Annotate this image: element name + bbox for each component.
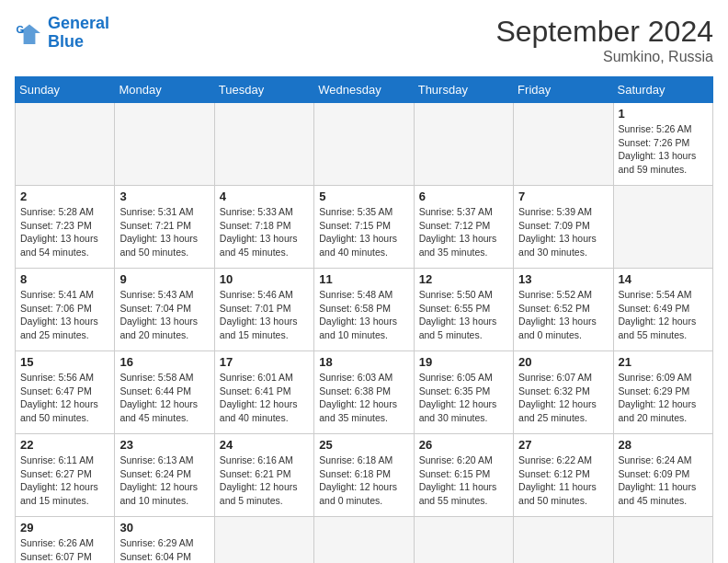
day-info: Sunrise: 5:33 AMSunset: 7:18 PMDaylight:… [220,205,309,259]
day-number: 20 [518,355,608,369]
calendar-cell [214,103,313,186]
calendar-cell: 2 Sunrise: 5:28 AMSunset: 7:23 PMDayligh… [16,186,115,269]
logo: G General Blue [15,15,109,52]
logo-icon: G [15,18,44,48]
calendar-cell: 17 Sunrise: 6:01 AMSunset: 6:41 PMDaylig… [214,351,313,434]
day-info: Sunrise: 6:22 AMSunset: 6:12 PMDaylight:… [518,454,608,508]
day-number: 9 [119,272,209,286]
day-info: Sunrise: 6:26 AMSunset: 6:07 PMDaylight:… [20,536,109,563]
day-number: 3 [119,190,209,203]
calendar-cell: 29 Sunrise: 6:26 AMSunset: 6:07 PMDaylig… [16,517,115,564]
calendar-week-2: 2 Sunrise: 5:28 AMSunset: 7:23 PMDayligh… [16,186,713,269]
calendar-cell: 18 Sunrise: 6:03 AMSunset: 6:38 PMDaylig… [314,351,414,434]
day-number: 14 [619,272,708,286]
day-number: 15 [20,355,109,369]
header-sunday: Sunday [16,77,115,103]
day-number: 18 [319,355,408,369]
calendar-cell: 6 Sunrise: 5:37 AMSunset: 7:12 PMDayligh… [414,186,513,269]
day-number: 22 [20,438,109,452]
calendar-cell: 24 Sunrise: 6:16 AMSunset: 6:21 PMDaylig… [214,434,313,517]
calendar-week-5: 22 Sunrise: 6:11 AMSunset: 6:27 PMDaylig… [16,434,713,517]
day-number: 28 [619,438,708,452]
calendar-cell: 21 Sunrise: 6:09 AMSunset: 6:29 PMDaylig… [613,351,712,434]
calendar-cell: 30 Sunrise: 6:29 AMSunset: 6:04 PMDaylig… [115,517,214,564]
day-info: Sunrise: 5:58 AMSunset: 6:44 PMDaylight:… [119,371,209,425]
day-number: 8 [20,272,109,286]
calendar-cell [414,103,513,186]
day-info: Sunrise: 5:56 AMSunset: 6:47 PMDaylight:… [20,371,109,425]
day-number: 30 [119,521,209,534]
calendar-cell: 19 Sunrise: 6:05 AMSunset: 6:35 PMDaylig… [414,351,513,434]
day-number: 6 [419,190,508,203]
day-number: 2 [20,190,109,203]
day-info: Sunrise: 6:16 AMSunset: 6:21 PMDaylight:… [220,454,309,508]
calendar-week-1: 1 Sunrise: 5:26 AMSunset: 7:26 PMDayligh… [16,103,713,186]
calendar-cell: 11 Sunrise: 5:48 AMSunset: 6:58 PMDaylig… [314,269,414,351]
calendar-week-6: 29 Sunrise: 6:26 AMSunset: 6:07 PMDaylig… [16,517,713,564]
title-area: September 2024 Sumkino, Russia [495,15,713,65]
day-number: 23 [119,438,209,452]
header-thursday: Thursday [414,77,513,103]
calendar-cell [314,103,414,186]
calendar-cell: 1 Sunrise: 5:26 AMSunset: 7:26 PMDayligh… [613,103,712,186]
day-info: Sunrise: 5:50 AMSunset: 6:55 PMDaylight:… [419,288,508,342]
day-number: 7 [518,190,608,203]
calendar-cell: 22 Sunrise: 6:11 AMSunset: 6:27 PMDaylig… [16,434,115,517]
calendar-cell: 16 Sunrise: 5:58 AMSunset: 6:44 PMDaylig… [115,351,214,434]
day-number: 10 [220,272,309,286]
calendar-cell [613,186,712,269]
day-info: Sunrise: 5:35 AMSunset: 7:15 PMDaylight:… [319,205,408,259]
calendar-cell: 12 Sunrise: 5:50 AMSunset: 6:55 PMDaylig… [414,269,513,351]
calendar-cell: 14 Sunrise: 5:54 AMSunset: 6:49 PMDaylig… [613,269,712,351]
calendar-cell: 20 Sunrise: 6:07 AMSunset: 6:32 PMDaylig… [514,351,613,434]
calendar-cell [514,103,613,186]
calendar-cell: 8 Sunrise: 5:41 AMSunset: 7:06 PMDayligh… [16,269,115,351]
day-number: 11 [319,272,408,286]
day-info: Sunrise: 6:09 AMSunset: 6:29 PMDaylight:… [619,371,708,425]
calendar-table: SundayMondayTuesdayWednesdayThursdayFrid… [15,76,713,563]
day-info: Sunrise: 5:48 AMSunset: 6:58 PMDaylight:… [319,288,408,342]
header-friday: Friday [514,77,613,103]
day-info: Sunrise: 5:26 AMSunset: 7:26 PMDaylight:… [619,122,708,177]
day-info: Sunrise: 6:05 AMSunset: 6:35 PMDaylight:… [419,371,508,425]
calendar-cell [16,103,115,186]
day-number: 5 [319,190,408,203]
header-monday: Monday [115,77,214,103]
day-info: Sunrise: 6:20 AMSunset: 6:15 PMDaylight:… [419,454,508,508]
day-info: Sunrise: 6:24 AMSunset: 6:09 PMDaylight:… [619,454,708,508]
day-info: Sunrise: 5:52 AMSunset: 6:52 PMDaylight:… [518,288,608,342]
day-number: 17 [220,355,309,369]
day-info: Sunrise: 5:39 AMSunset: 7:09 PMDaylight:… [518,205,608,259]
header-tuesday: Tuesday [214,77,313,103]
day-number: 27 [518,438,608,452]
day-number: 26 [419,438,508,452]
day-number: 13 [518,272,608,286]
day-info: Sunrise: 5:46 AMSunset: 7:01 PMDaylight:… [220,288,309,342]
calendar-cell: 9 Sunrise: 5:43 AMSunset: 7:04 PMDayligh… [115,269,214,351]
header-saturday: Saturday [613,77,712,103]
day-info: Sunrise: 5:54 AMSunset: 6:49 PMDaylight:… [619,288,708,342]
day-info: Sunrise: 6:11 AMSunset: 6:27 PMDaylight:… [20,454,109,508]
day-number: 25 [319,438,408,452]
calendar-cell: 10 Sunrise: 5:46 AMSunset: 7:01 PMDaylig… [214,269,313,351]
day-number: 16 [119,355,209,369]
calendar-cell [514,517,613,564]
location: Sumkino, Russia [495,49,713,65]
calendar-cell [214,517,313,564]
day-number: 21 [619,355,708,369]
calendar-cell [115,103,214,186]
day-info: Sunrise: 5:37 AMSunset: 7:12 PMDaylight:… [419,205,508,259]
calendar-cell [414,517,513,564]
calendar-week-3: 8 Sunrise: 5:41 AMSunset: 7:06 PMDayligh… [16,269,713,351]
logo-line2: Blue [48,32,84,51]
calendar-cell [314,517,414,564]
day-info: Sunrise: 6:03 AMSunset: 6:38 PMDaylight:… [319,371,408,425]
calendar-cell: 4 Sunrise: 5:33 AMSunset: 7:18 PMDayligh… [214,186,313,269]
day-info: Sunrise: 5:41 AMSunset: 7:06 PMDaylight:… [20,288,109,342]
calendar-cell: 28 Sunrise: 6:24 AMSunset: 6:09 PMDaylig… [613,434,712,517]
calendar-header-row: SundayMondayTuesdayWednesdayThursdayFrid… [16,77,713,103]
day-info: Sunrise: 5:28 AMSunset: 7:23 PMDaylight:… [20,205,109,259]
calendar-cell: 23 Sunrise: 6:13 AMSunset: 6:24 PMDaylig… [115,434,214,517]
day-number: 4 [220,190,309,203]
calendar-cell: 7 Sunrise: 5:39 AMSunset: 7:09 PMDayligh… [514,186,613,269]
